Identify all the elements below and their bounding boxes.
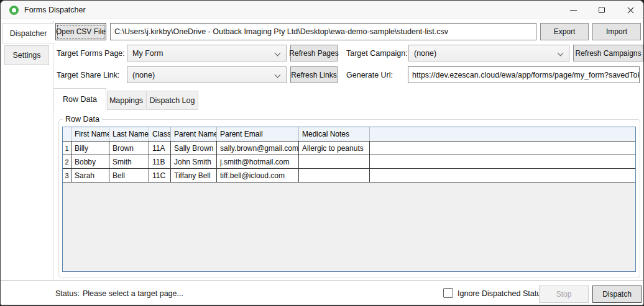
grid-cell-filler [370,155,635,169]
maximize-icon [599,7,605,13]
column-header-filler [370,127,635,141]
selected-value: (none) [132,71,155,79]
refresh-pages-button[interactable]: Refresh Pages [290,45,338,61]
tab-label: Row Data [63,95,97,104]
grid-cell[interactable]: 11C [149,169,171,182]
grid-cell[interactable] [299,155,370,169]
column-header-parent-email[interactable]: Parent Email [217,127,299,141]
sidebar-item-dispatcher[interactable]: Dispatcher [2,23,54,43]
grid-cell[interactable]: Brown [109,142,149,155]
grid-header-row: First Name Last Name Class Parent Name P… [63,127,635,142]
grid-cell[interactable]: tiff.bell@icloud.com [217,169,299,182]
selected-value: My Form [132,49,163,58]
row-data-grid[interactable]: First Name Last Name Class Parent Name P… [62,127,636,272]
status-text: Please select a target page... [83,289,183,298]
import-button[interactable]: Import [592,23,641,40]
grid-cell[interactable]: Allergic to peanuts [299,142,370,155]
column-header-parent-name[interactable]: Parent Name [171,127,217,141]
open-csv-file-button[interactable]: Open CSV File [55,23,106,40]
caption-buttons [559,1,644,19]
row-header[interactable]: 2 [63,155,71,169]
grid-cell[interactable]: j.smith@hotmail.com [217,155,299,169]
row-header[interactable]: 3 [63,169,71,182]
window-title: Forms Dispatcher [24,6,86,14]
tab-row-data[interactable]: Row Data [53,88,106,110]
statusbar-divider [1,280,644,281]
sidebar-item-label: Settings [12,51,40,60]
column-header-medical-notes[interactable]: Medical Notes [299,127,370,141]
target-campaign-label: Target Campaign: [346,49,408,58]
sidebar-item-label: Dispatcher [10,29,47,38]
csv-path-input[interactable]: C:\Users\j.kirkby\OneDrive - Outback Ima… [110,23,536,40]
grid-cell[interactable]: Sally Brown [171,142,217,155]
grid-cell[interactable]: Billy [71,142,109,155]
grid-cell[interactable]: 11B [149,155,171,169]
grid-cell[interactable]: Tiffany Bell [171,169,217,182]
column-header-first-name[interactable]: First Name [71,127,109,141]
chevron-down-icon [558,50,564,56]
export-button[interactable]: Export [540,23,589,40]
grid-cell-filler [370,169,635,182]
target-forms-page-select[interactable]: My Form [127,45,287,61]
table-row[interactable]: 3 Sarah Bell 11C Tiffany Bell tiff.bell@… [63,169,635,182]
maximize-button[interactable] [587,1,616,19]
target-campaign-select[interactable]: (none) [408,45,569,61]
target-share-link-select[interactable]: (none) [127,66,287,83]
tab-mappings[interactable]: Mappings [107,91,145,110]
grid-cell[interactable] [299,169,370,182]
refresh-campaigns-button[interactable]: Refresh Campaigns [573,45,643,61]
column-header-class[interactable]: Class [149,127,171,141]
grid-cell[interactable]: Sarah [71,169,109,182]
table-row[interactable]: 1 Billy Brown 11A Sally Brown sally.brow… [63,142,635,155]
sidebar-divider [53,20,54,280]
ignore-dispatched-status-label: Ignore Dispatched Status [458,289,545,298]
dispatch-button[interactable]: Dispatch [592,286,642,303]
grid-cell[interactable]: Smith [109,155,149,169]
table-row[interactable]: 2 Bobby Smith 11B John Smith j.smith@hot… [63,155,635,169]
status-label: Status: [55,289,80,298]
grid-cell[interactable]: 11A [149,142,171,155]
generate-url-label: Generate Url: [346,71,393,79]
sidebar-item-settings[interactable]: Settings [4,45,49,65]
refresh-links-button[interactable]: Refresh Links [290,66,338,83]
grid-cell[interactable]: John Smith [171,155,217,169]
app-logo-icon [9,6,19,15]
minimize-button[interactable] [559,1,587,19]
tab-label: Dispatch Log [150,96,195,105]
grid-cell[interactable]: sally.brown@gmail.com [217,142,299,155]
tab-label: Mappings [109,96,143,105]
grid-cell-filler [370,142,635,155]
selected-value: (none) [414,49,436,58]
titlebar[interactable]: Forms Dispatcher [1,1,644,19]
target-share-link-label: Target Share Link: [57,71,119,79]
stop-button: Stop [539,286,589,303]
minimize-icon [570,10,577,11]
close-button[interactable] [616,1,644,19]
ignore-dispatched-status-checkbox[interactable] [443,288,453,298]
grid-corner-cell [63,127,71,141]
app-window: Forms Dispatcher Dispatcher Settings Ope… [0,0,644,306]
grid-cell[interactable]: Bobby [71,155,109,169]
target-forms-page-label: Target Forms Page: [57,49,125,58]
groupbox-label: Row Data [63,115,102,124]
row-header[interactable]: 1 [63,142,71,155]
grid-cell[interactable]: Bell [109,169,149,182]
chevron-down-icon [275,72,281,78]
generate-url-input[interactable]: https://dev.ezescan.cloud/ewa/app/forms/… [408,66,640,83]
tab-dispatch-log[interactable]: Dispatch Log [146,91,198,110]
column-header-last-name[interactable]: Last Name [109,127,149,141]
chevron-down-icon [275,50,281,56]
